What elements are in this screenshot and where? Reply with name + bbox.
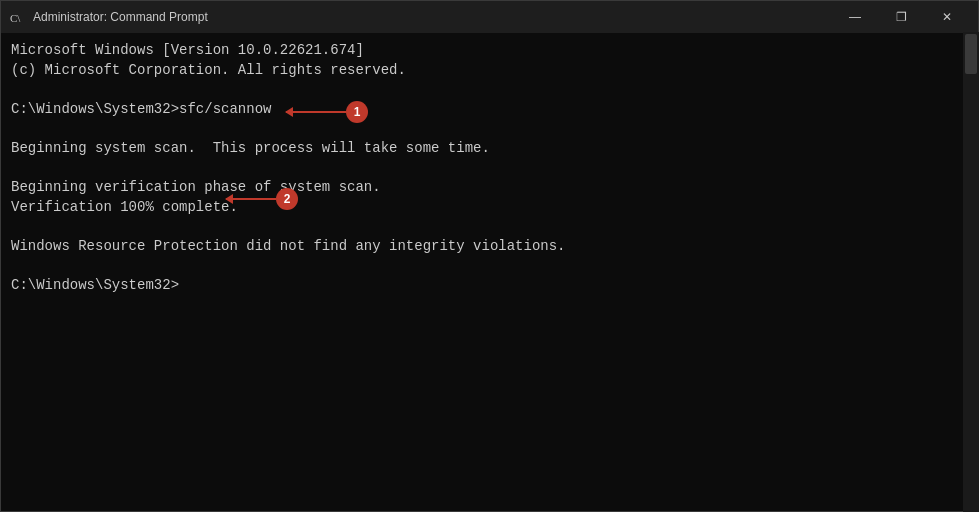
annotation-1: 1	[286, 101, 368, 123]
console-line-7: Beginning verification phase of system s…	[11, 178, 968, 198]
title-bar-left: C\ Administrator: Command Prompt	[9, 9, 208, 25]
title-bar: C\ Administrator: Command Prompt — ❐ ✕	[1, 1, 978, 33]
svg-text:C\: C\	[10, 12, 21, 24]
console-line-12: C:\Windows\System32>	[11, 276, 968, 296]
console-line-10: Windows Resource Protection did not find…	[11, 237, 968, 257]
console-line-9	[11, 217, 968, 237]
console-line-5: Beginning system scan. This process will…	[11, 139, 968, 159]
console-line-2	[11, 80, 968, 100]
annotation-circle-2: 2	[276, 188, 298, 210]
annotation-circle-1: 1	[346, 101, 368, 123]
console-line-11	[11, 257, 968, 277]
cmd-icon: C\	[9, 9, 25, 25]
window-controls: — ❐ ✕	[832, 1, 970, 33]
console-line-8: Verification 100% complete.	[11, 198, 968, 218]
scrollbar[interactable]	[963, 32, 979, 512]
console-line-4	[11, 119, 968, 139]
window-title: Administrator: Command Prompt	[33, 10, 208, 24]
annotation-2: 2	[226, 188, 298, 210]
console-area[interactable]: Microsoft Windows [Version 10.0.22621.67…	[1, 33, 978, 511]
scrollbar-thumb[interactable]	[965, 34, 977, 74]
close-button[interactable]: ✕	[924, 1, 970, 33]
console-line-3: C:\Windows\System32>sfc/scannow	[11, 100, 968, 120]
minimize-button[interactable]: —	[832, 1, 878, 33]
console-line-6	[11, 159, 968, 179]
maximize-button[interactable]: ❐	[878, 1, 924, 33]
console-line-1: (c) Microsoft Corporation. All rights re…	[11, 61, 968, 81]
cmd-window: C\ Administrator: Command Prompt — ❐ ✕ M…	[0, 0, 979, 512]
console-line-0: Microsoft Windows [Version 10.0.22621.67…	[11, 41, 968, 61]
